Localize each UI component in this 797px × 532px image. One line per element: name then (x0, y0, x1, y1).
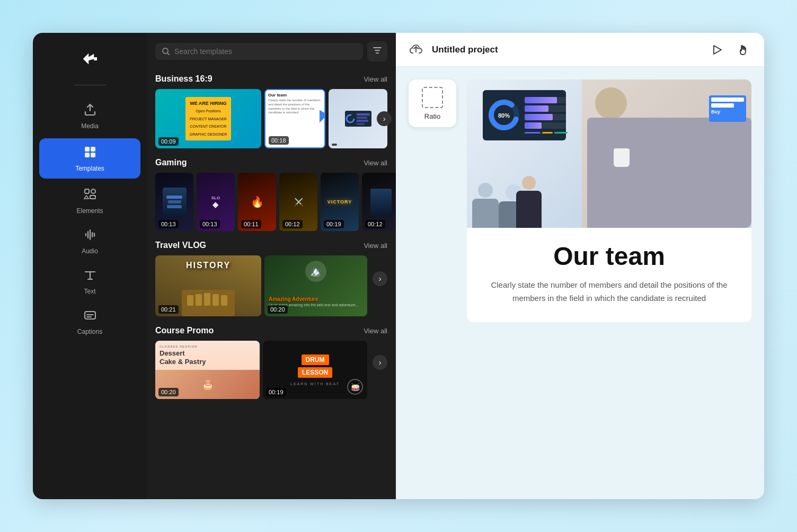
sidebar-item-templates[interactable]: Templates (39, 138, 140, 179)
gaming-thumb-5[interactable]: VICTORY 00:19 (321, 173, 359, 231)
sidebar-item-text[interactable]: Text (33, 261, 147, 302)
travel-duration-2: 00:20 (268, 305, 288, 314)
svg-text:80%: 80% (498, 112, 510, 119)
gaming-thumb-6[interactable]: 00:12 (362, 173, 396, 231)
search-icon (162, 47, 170, 56)
media-icon (83, 102, 98, 119)
thumb-hiring[interactable]: WE ARE HIRING Open PositionsPROJECT MANA… (155, 89, 261, 148)
svg-rect-15 (357, 123, 365, 125)
travel-thumb-adventure[interactable]: 🏔️ Amazing Adventure Up to some amazing … (264, 255, 367, 316)
sidebar-label-captions: Captions (77, 328, 102, 335)
svg-rect-14 (357, 120, 368, 122)
preview-team-title: Our team (484, 243, 734, 271)
svg-rect-7 (90, 196, 95, 199)
section-header-course: Course Promo View all (155, 326, 387, 335)
travel-duration-1: 00:21 (158, 305, 179, 314)
travel-next-btn[interactable]: › (373, 271, 387, 286)
view-all-gaming[interactable]: View all (364, 159, 387, 167)
course-thumb-drum[interactable]: DRUM LESSON LEARN WITH BEAT 🥁 00:19 (263, 341, 367, 399)
view-all-course[interactable]: View all (364, 327, 387, 335)
templates-scroll[interactable]: Business 16:9 View all WE ARE HIRING Ope… (147, 68, 396, 499)
app-container: Media Templates (33, 33, 764, 499)
preview-panel: 80% (467, 79, 751, 322)
view-all-business[interactable]: View all (364, 75, 387, 83)
search-input-wrap[interactable] (155, 43, 363, 60)
sidebar-divider (74, 85, 106, 85)
preview-bottom: Our team Clearly state the number of mem… (467, 228, 751, 322)
sidebar-label-templates: Templates (75, 165, 104, 172)
thumb-duration-meeting (332, 144, 337, 146)
preview-right-partial: Buy (582, 79, 751, 228)
travel-row: HISTORY 00:21 🏔️ Amazing Adventure Up to… (155, 255, 387, 316)
gaming-duration-5: 00:19 (324, 220, 344, 228)
section-header-gaming: Gaming View all (155, 158, 387, 167)
business-small-col: Our team Clearly state the number of mem… (264, 89, 387, 148)
templates-panel: Business 16:9 View all WE ARE HIRING Ope… (147, 33, 396, 499)
gaming-thumb-1[interactable]: 00:13 (155, 173, 193, 231)
svg-point-6 (91, 189, 95, 193)
svg-rect-4 (91, 153, 95, 157)
search-input[interactable] (174, 47, 357, 56)
search-bar (147, 33, 396, 68)
svg-rect-2 (91, 147, 95, 152)
ratio-icon (422, 87, 443, 108)
sidebar-item-media[interactable]: Media (33, 96, 147, 136)
sidebar-item-audio[interactable]: Audio (33, 221, 147, 261)
gaming-thumb-2[interactable]: SLO◈ 00:13 (197, 173, 235, 231)
course-duration-1: 00:20 (158, 388, 179, 396)
svg-rect-1 (85, 147, 90, 152)
course-thumb-dessert[interactable]: CLASSES SESSION DessertCake & Pastry 🎂 0… (155, 341, 260, 399)
course-next-btn[interactable]: › (373, 355, 387, 370)
business-next-btn[interactable]: › (377, 111, 392, 126)
play-button[interactable] (707, 39, 728, 60)
text-icon (83, 268, 98, 285)
gaming-duration-3: 00:11 (241, 220, 261, 228)
thumb-duration-ourteam: 00:18 (269, 136, 289, 145)
travel-thumb-history[interactable]: HISTORY 00:21 (155, 255, 261, 316)
svg-rect-21 (221, 295, 227, 306)
course-duration-2: 00:19 (266, 388, 286, 396)
filter-icon (373, 46, 382, 55)
svg-rect-3 (85, 153, 90, 157)
gaming-duration-4: 00:12 (282, 220, 303, 228)
svg-rect-19 (204, 293, 210, 306)
svg-rect-8 (85, 312, 95, 319)
audio-icon (83, 227, 98, 244)
filter-button[interactable] (367, 41, 387, 61)
section-title-gaming: Gaming (155, 158, 187, 167)
svg-rect-18 (196, 294, 202, 306)
gaming-duration-2: 00:13 (200, 220, 220, 228)
canvas-content: Ratio 8 (396, 67, 764, 499)
elements-icon (83, 187, 98, 204)
section-title-travel: Travel VLOG (155, 241, 206, 250)
gaming-duration-6: 00:12 (365, 220, 385, 228)
course-row: CLASSES SESSION DessertCake & Pastry 🎂 0… (155, 341, 387, 399)
preview-team-desc: Clearly state the number of members and … (484, 278, 734, 305)
gaming-duration-1: 00:13 (158, 220, 179, 228)
section-title-business: Business 16:9 (155, 74, 212, 84)
section-title-course: Course Promo (155, 326, 214, 335)
app-logo (77, 46, 103, 72)
thumb-ourteam[interactable]: Our team Clearly state the number of mem… (264, 89, 325, 148)
gaming-row: 00:13 SLO◈ 00:13 🔥 00:11 (155, 173, 387, 231)
captions-icon (83, 308, 98, 325)
sidebar-label-text: Text (84, 288, 95, 295)
gaming-thumb-3[interactable]: 🔥 00:11 (238, 173, 276, 231)
sidebar-item-captions[interactable]: Captions (33, 302, 147, 342)
sidebar-label-audio: Audio (82, 247, 98, 255)
section-header-business: Business 16:9 View all (155, 74, 387, 84)
meeting-image: 80% (467, 79, 582, 228)
thumb-duration-hiring: 00:09 (158, 137, 179, 146)
sidebar-item-elements[interactable]: Elements (33, 181, 147, 221)
business-row: WE ARE HIRING Open PositionsPROJECT MANA… (155, 89, 387, 148)
project-title: Untitled project (432, 45, 701, 55)
upload-cloud-icon (406, 40, 426, 59)
toolbar-right (707, 39, 754, 60)
main-canvas: Untitled project (396, 33, 764, 499)
hand-button[interactable] (732, 39, 754, 60)
ratio-label: Ratio (424, 112, 440, 120)
view-all-travel[interactable]: View all (364, 242, 387, 250)
ratio-button[interactable]: Ratio (409, 79, 456, 127)
section-header-travel: Travel VLOG View all (155, 241, 387, 250)
gaming-thumb-4[interactable]: ⚔️ 00:12 (279, 173, 317, 231)
